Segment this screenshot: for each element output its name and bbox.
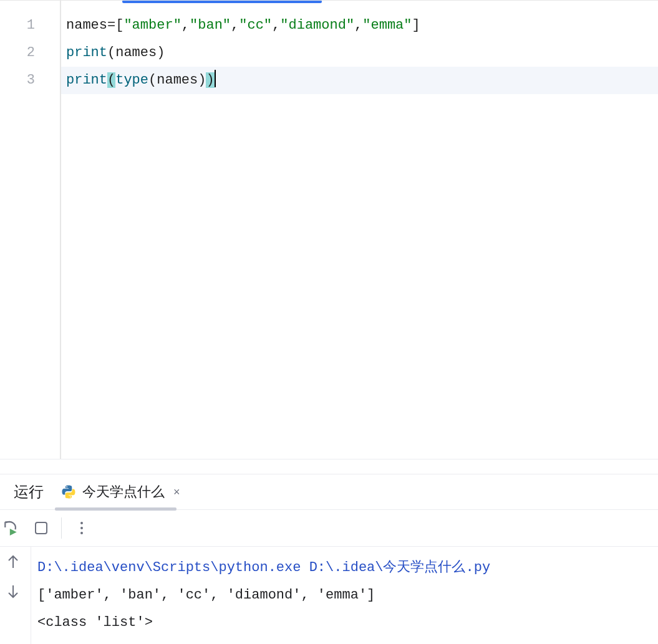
code-token: ] xyxy=(412,17,420,33)
console-line: <class 'list'> xyxy=(37,609,652,637)
stop-button[interactable] xyxy=(31,518,51,538)
line-number: 3 xyxy=(0,67,35,94)
rerun-button[interactable] xyxy=(1,518,21,538)
run-tab[interactable]: 今天学点什么 × xyxy=(55,474,189,509)
code-token: , xyxy=(272,17,280,33)
code-token: "ban" xyxy=(190,17,231,33)
text-cursor xyxy=(215,70,216,87)
code-token: print xyxy=(66,45,107,60)
scroll-up-button[interactable] xyxy=(7,554,24,572)
line-number-gutter: 123 xyxy=(0,1,61,459)
code-token: (names) xyxy=(107,45,165,60)
code-token: ( xyxy=(107,72,115,88)
svg-point-3 xyxy=(80,532,83,534)
code-token: "diamond" xyxy=(280,17,354,33)
code-token: ) xyxy=(206,72,214,88)
arrow-down-icon xyxy=(7,584,19,599)
code-token: , xyxy=(181,17,190,33)
toolbar-separator xyxy=(61,517,62,539)
console-line: D:\.idea\venv\Scripts\python.exe D:\.ide… xyxy=(37,554,652,582)
code-token: "emma" xyxy=(362,17,412,33)
rerun-icon xyxy=(3,520,19,536)
console-line: ['amber', 'ban', 'cc', 'diamond', 'emma'… xyxy=(37,582,652,609)
svg-rect-0 xyxy=(36,522,47,534)
code-token: =[ xyxy=(107,17,123,33)
line-number: 1 xyxy=(0,12,35,39)
svg-point-1 xyxy=(80,522,83,524)
run-tabs-bar: 运行 今天学点什么 × xyxy=(0,474,658,509)
kebab-icon xyxy=(80,521,84,535)
code-token: print xyxy=(66,72,107,88)
python-icon xyxy=(61,484,76,499)
code-line[interactable]: names=["amber","ban","cc","diamond","emm… xyxy=(61,12,658,39)
run-panel: 运行 今天学点什么 × xyxy=(0,474,658,644)
code-line[interactable]: print(names) xyxy=(61,39,658,67)
run-panel-label[interactable]: 运行 xyxy=(2,482,55,502)
svg-point-2 xyxy=(80,527,83,529)
code-token: (names) xyxy=(148,72,206,88)
tab-underline xyxy=(55,507,177,511)
line-number: 2 xyxy=(0,39,35,67)
code-token: names xyxy=(66,17,107,33)
code-content[interactable]: names=["amber","ban","cc","diamond","emm… xyxy=(61,1,658,459)
console-output[interactable]: D:\.idea\venv\Scripts\python.exe D:\.ide… xyxy=(31,547,658,644)
stop-icon xyxy=(35,522,47,534)
run-toolbar xyxy=(0,509,658,547)
panel-divider[interactable] xyxy=(0,459,658,474)
run-tab-title: 今天学点什么 xyxy=(82,483,165,501)
code-editor[interactable]: 123 names=["amber","ban","cc","diamond",… xyxy=(0,0,658,459)
console-gutter xyxy=(0,547,31,644)
code-line[interactable]: print(type(names)) xyxy=(61,67,658,94)
code-token: "amber" xyxy=(123,17,181,33)
code-token: type xyxy=(115,72,148,88)
code-token: , xyxy=(354,17,362,33)
code-token: "cc" xyxy=(239,17,272,33)
run-body: D:\.idea\venv\Scripts\python.exe D:\.ide… xyxy=(0,547,658,644)
code-token: , xyxy=(231,17,239,33)
scroll-down-button[interactable] xyxy=(7,584,24,602)
close-icon[interactable]: × xyxy=(171,486,183,499)
arrow-up-icon xyxy=(7,554,19,569)
more-button[interactable] xyxy=(72,518,92,538)
